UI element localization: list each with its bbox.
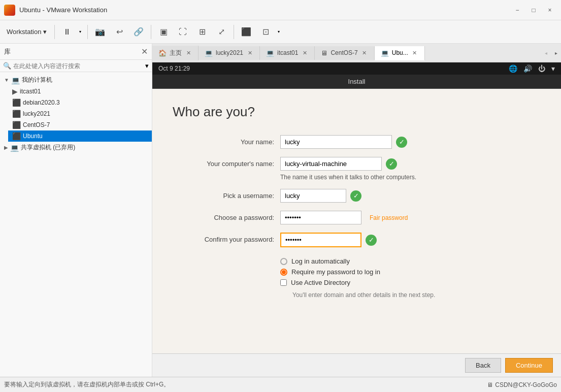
window-button[interactable]: ▣ (154, 23, 173, 41)
pause-button-group: ⏸ ▾ (58, 23, 84, 41)
tab-ubuntu[interactable]: 💻 Ubu... ✕ (375, 46, 425, 60)
tab-lucky2021[interactable]: 💻 lucky2021 ✕ (199, 46, 260, 60)
view-dropdown-button[interactable]: ▾ (275, 23, 283, 41)
login-auto-option: Log in automatically (280, 257, 487, 265)
your-name-row: Your name: ✓ (173, 135, 487, 149)
terminal-button[interactable]: ⬛ (237, 23, 255, 41)
maximize-button[interactable]: □ (526, 5, 541, 16)
tab-ubuntu-close[interactable]: ✕ (411, 49, 418, 56)
share-button[interactable]: 🔗 (129, 23, 148, 41)
ubuntu-tab-icon: 💻 (381, 49, 389, 57)
fullscreen-button[interactable]: ⛶ (174, 23, 192, 41)
active-directory-checkbox[interactable] (280, 279, 287, 286)
expand-icon: ▼ (4, 77, 9, 83)
vm-icon-debian: ⬛ (12, 99, 21, 107)
vm-sound-icon[interactable]: 🔊 (523, 64, 532, 73)
screenshot-button[interactable]: 📷 (91, 23, 109, 41)
tab-nav-right[interactable]: ▸ (551, 44, 561, 62)
vm-icon-centos: ⬛ (12, 121, 21, 129)
title-bar: Ubuntu - VMware Workstation − □ × (0, 0, 561, 20)
tab-nav-left[interactable]: ◂ (541, 44, 551, 62)
revert-button[interactable]: ↩ (110, 23, 128, 41)
back-button[interactable]: Back (465, 358, 501, 373)
library-close-button[interactable]: ✕ (141, 47, 148, 56)
workstation-dropdown-icon: ▾ (43, 28, 47, 36)
expand-icon-shared: ▶ (4, 145, 8, 150)
minimize-button[interactable]: − (510, 5, 524, 16)
vm-network-icon[interactable]: 🌐 (509, 64, 517, 73)
library-header: 库 ✕ (0, 44, 152, 60)
tab-centos7-close[interactable]: ✕ (361, 49, 368, 56)
vm-icon-lucky2021: ⬛ (12, 110, 21, 118)
confirm-password-input[interactable] (280, 233, 361, 247)
tree-item-shared[interactable]: ▶ 💻 共享虚拟机 (已弃用) (0, 142, 152, 153)
tree-label-debian: debian2020.3 (23, 99, 60, 106)
tab-centos7[interactable]: 🖥 CentOS-7 ✕ (315, 46, 374, 60)
tab-lucky2021-close[interactable]: ✕ (246, 49, 253, 56)
lucky2021-tab-icon: 💻 (205, 49, 213, 57)
status-hint: 要将输入定向到该虚拟机，请在虚拟机内部单击或按 Ctrl+G。 (4, 380, 170, 389)
tree-root[interactable]: ▼ 💻 我的计算机 (0, 74, 152, 86)
password-input[interactable] (280, 211, 361, 224)
tree-root-label: 我的计算机 (22, 76, 52, 84)
home-tab-icon: 🏠 (158, 49, 167, 57)
installer-buttons-bar: Back Continue (152, 353, 561, 377)
your-name-label: Your name: (173, 135, 274, 146)
library-search-bar: 🔍 ▾ (0, 60, 152, 72)
view-button[interactable]: ⊡ (256, 23, 275, 41)
tab-ubuntu-label: Ubu... (392, 49, 408, 56)
close-button[interactable]: × (543, 5, 557, 16)
your-name-check-icon: ✓ (396, 137, 407, 148)
stretch-button[interactable]: ⤢ (212, 23, 230, 41)
window-title: Ubuntu - VMware Workstation (19, 6, 107, 14)
vm-menu-icon[interactable]: ▾ (551, 64, 555, 73)
tab-itcast01[interactable]: 💻 itcast01 ✕ (260, 46, 315, 60)
tab-itcast01-label: itcast01 (277, 49, 298, 56)
pause-dropdown-button[interactable]: ▾ (76, 23, 84, 41)
shared-icon: 💻 (10, 144, 19, 152)
username-input[interactable] (280, 189, 346, 203)
login-auto-radio[interactable] (280, 258, 287, 265)
library-search-input[interactable] (13, 62, 143, 70)
tree-item-centos[interactable]: ⬛ CentOS-7 (8, 119, 152, 130)
pause-button[interactable]: ⏸ (58, 23, 76, 41)
vm-datetime: Oct 9 21:29 (158, 65, 190, 72)
computer-icon: 💻 (11, 76, 20, 84)
active-directory-option: Use Active Directory (280, 279, 487, 286)
status-right-text: CSDN@CKY-GoGoGo (495, 381, 557, 388)
library-title: 库 (4, 47, 11, 56)
tree-item-debian[interactable]: ⬛ debian2020.3 (8, 97, 152, 108)
your-name-input[interactable] (280, 135, 392, 149)
vm-power-icon[interactable]: ⏻ (538, 64, 545, 73)
tree-item-ubuntu[interactable]: ⬛ Ubuntu (8, 130, 152, 142)
tabs-bar: 🏠 主页 ✕ 💻 lucky2021 ✕ 💻 itcast01 ✕ 🖥 Cent… (152, 44, 561, 62)
computer-name-row: Your computer's name: ✓ The name it uses… (173, 157, 487, 181)
password-row: Choose a password: Fair password (173, 211, 487, 224)
confirm-password-row: Confirm your password: ✓ (173, 233, 487, 247)
continue-button[interactable]: Continue (505, 358, 553, 373)
computer-name-input[interactable] (280, 157, 382, 171)
tree-item-lucky2021[interactable]: ⬛ lucky2021 (8, 108, 152, 119)
vm-icon-ubuntu: ⬛ (12, 132, 21, 140)
status-bar: 要将输入定向到该虚拟机，请在虚拟机内部单击或按 Ctrl+G。 🖥 CSDN@C… (0, 377, 561, 392)
unity-button[interactable]: ⊞ (193, 23, 211, 41)
toolbar-separator-4 (234, 25, 234, 39)
tree-item-itcast01[interactable]: ▶ itcast01 (8, 86, 152, 97)
search-dropdown-icon: ▾ (145, 62, 149, 70)
computer-name-hint: The name it uses when it talks to other … (280, 174, 487, 181)
main-area: 库 ✕ 🔍 ▾ ▼ 💻 我的计算机 ▶ itcast01 ⬛ debian202… (0, 44, 561, 377)
workstation-menu-button[interactable]: Workstation ▾ (2, 25, 51, 38)
tab-nav: ◂ ▸ (541, 44, 561, 62)
login-password-radio[interactable] (280, 269, 287, 276)
active-directory-hint: You'll enter domain and other details in… (292, 291, 487, 299)
username-label: Pick a username: (173, 189, 274, 200)
tree-label-shared: 共享虚拟机 (已弃用) (21, 143, 75, 152)
centos7-tab-icon: 🖥 (321, 49, 327, 57)
tree-label-lucky2021: lucky2021 (23, 110, 50, 117)
computer-name-check-icon: ✓ (386, 158, 397, 170)
confirm-password-label: Confirm your password: (173, 233, 274, 243)
install-label: Install (348, 78, 366, 85)
tab-itcast01-close[interactable]: ✕ (301, 49, 308, 56)
tab-home[interactable]: 🏠 主页 ✕ (152, 46, 199, 60)
tab-home-close[interactable]: ✕ (185, 49, 192, 56)
